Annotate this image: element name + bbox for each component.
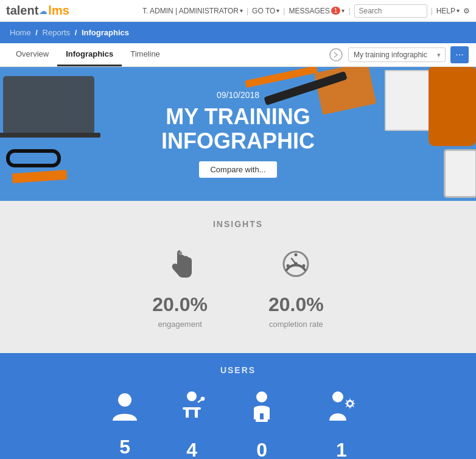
svg-point-13 [256,391,267,402]
engagement-label: engagement [158,320,201,329]
dots-icon: ··· [455,49,463,60]
toggle-icon[interactable] [329,47,343,62]
users-icon [110,390,140,430]
svg-line-4 [292,259,296,264]
tablet-decoration [444,149,476,198]
users-grid: 5 users 4 learners [12,390,464,459]
learners-item: 4 learners [177,390,207,459]
completion-label: completion rate [269,320,323,329]
svg-point-5 [287,264,290,267]
laptop-base [0,133,100,138]
logo: talent☁lms [6,4,69,18]
breadcrumb-home[interactable]: Home [10,28,31,37]
administrators-item: 1 administrators [317,390,366,459]
top-navigation: talent☁lms T. ADMIN | ADMINISTRATOR ▾ | … [0,0,476,22]
glasses-decoration [6,149,61,167]
breadcrumb-sep-2: / [75,28,77,37]
help-label: HELP [436,7,455,15]
hero-content: 09/10/2018 MY TRAINING INFOGRAPHIC Compa… [161,90,315,178]
messages-label: MESSAGES [289,7,329,15]
laptop-decoration [3,76,94,134]
svg-point-17 [348,402,352,405]
user-menu[interactable]: T. ADMIN | ADMINISTRATOR ▾ [142,7,243,15]
hero-section: 09/10/2018 MY TRAINING INFOGRAPHIC Compa… [0,67,476,201]
hero-title-line1: MY TRAINING [161,105,315,129]
learners-count: 4 [186,439,197,459]
users-title: USERS [12,365,464,375]
goto-label: GO TO [252,7,275,15]
tape-decoration [12,170,68,183]
svg-point-8 [118,393,131,407]
help-caret: ▾ [457,7,460,14]
svg-point-7 [295,253,298,256]
hero-title-line2: INFOGRAPHIC [161,129,315,153]
breadcrumb: Home / Reports / Infographics [0,22,476,43]
tab-overview[interactable]: Overview [7,43,57,66]
settings-icon[interactable]: ⚙ [463,7,470,15]
notebook-decoration [385,70,430,131]
engagement-icon [165,247,195,286]
nav-separator-1: | [247,7,248,15]
insights-grid: 20.0% engagement 20.0% completion rate [12,247,464,329]
breadcrumb-current: Infographics [82,28,129,37]
breadcrumb-reports[interactable]: Reports [43,28,71,37]
insights-title: INSIGHTS [12,219,464,229]
svg-point-0 [330,49,342,61]
messages-caret: ▾ [341,7,345,14]
tab-bar: Overview Infographics Timeline My traini… [0,43,476,67]
users-section: USERS 5 users [0,353,476,459]
tab-infographics[interactable]: Infographics [57,43,122,66]
insights-section: INSIGHTS 20.0% engagement [0,201,476,353]
tab-timeline[interactable]: Timeline [122,43,169,66]
completion-item: 20.0% completion rate [268,247,324,329]
dots-menu-button[interactable]: ··· [450,46,469,63]
messages-menu[interactable]: MESSAGES 1 ▾ [289,7,345,15]
administrators-icon [324,390,358,433]
orange-book-decoration [314,67,377,115]
tab-actions: My training infographic All infographics… [329,46,469,63]
svg-rect-14 [256,419,268,422]
messages-badge: 1 [331,7,341,15]
hero-date: 09/10/2018 [161,90,315,100]
search-input[interactable] [354,4,427,18]
infographic-select[interactable]: My training infographic All infographics [348,47,446,62]
instructors-item: 0 instructors [243,390,280,459]
svg-point-1 [178,251,182,255]
administrators-count: 1 [336,439,347,459]
instructors-count: 0 [256,439,267,459]
nav-separator-4: | [431,7,433,15]
logo-lms: lms [48,4,69,18]
users-count: 5 [119,436,130,458]
completion-percent: 20.0% [268,293,324,316]
goto-menu[interactable]: GO TO ▾ [252,7,279,15]
completion-icon [281,247,311,286]
nav-items: T. ADMIN | ADMINISTRATOR ▾ | GO TO ▾ | M… [142,4,470,18]
svg-point-15 [332,391,343,402]
user-caret: ▾ [240,7,243,14]
backpack-decoration [429,67,476,146]
layout-toggle-icon [329,47,343,62]
hero-title: MY TRAINING INFOGRAPHIC [161,105,315,153]
breadcrumb-sep-1: / [35,28,38,37]
goto-caret: ▾ [276,7,279,14]
engagement-percent: 20.0% [152,293,208,316]
svg-point-6 [303,264,306,267]
nav-separator-2: | [283,7,285,15]
infographic-select-wrapper: My training infographic All infographics… [348,47,446,62]
logo-talent: talent [6,4,38,18]
users-item: 5 users [110,390,140,459]
compare-button[interactable]: Compare with... [199,161,276,178]
help-menu[interactable]: HELP ▾ [436,7,460,15]
orange-marker-decoration [245,67,318,88]
svg-point-12 [201,397,205,401]
nav-separator-3: | [348,7,350,15]
instructors-icon [247,390,277,433]
logo-cloud-icon: ☁ [39,6,47,16]
user-label: T. ADMIN | ADMINISTRATOR [142,7,239,15]
learners-icon [177,390,207,433]
engagement-item: 20.0% engagement [152,247,208,329]
svg-point-9 [187,391,197,401]
